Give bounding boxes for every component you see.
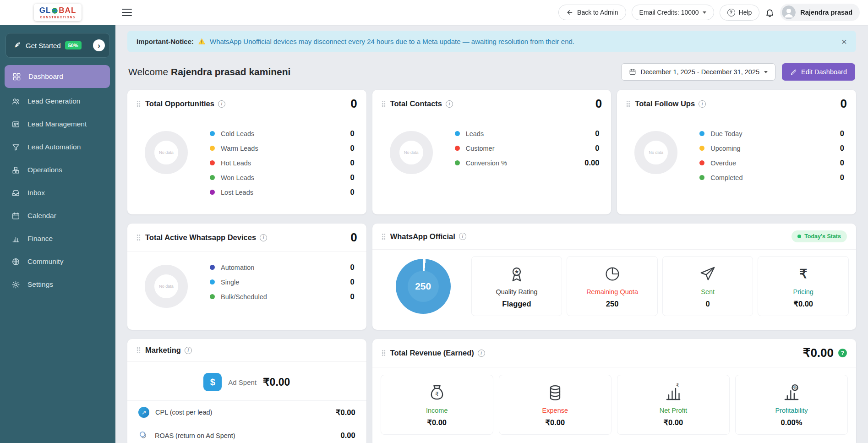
sidebar-item-lead-management[interactable]: Lead Management — [0, 113, 115, 136]
sidebar-item-finance[interactable]: Finance — [0, 227, 115, 250]
email-credits-button[interactable]: Email Credits: 10000 — [632, 5, 714, 20]
welcome-row: Welcome Rajendra prasad kamineni Decembe… — [128, 63, 855, 81]
sidebar-item-lead-automation[interactable]: Lead Automation — [0, 136, 115, 159]
stat-profitability: % Profitability 0.00% — [735, 375, 848, 435]
help-question-icon[interactable]: ? — [838, 349, 847, 357]
legend-label: Lost Leads — [221, 189, 253, 196]
card-title: Total Contacts — [390, 99, 442, 108]
stat-expense: Expense ₹0.00 — [499, 375, 611, 435]
company-logo: GL BAL CONSTRUCTIONS — [34, 4, 82, 21]
sidebar-nav: Dashboard Lead Generation Lead Managemen… — [0, 65, 115, 296]
roas-row: ROAS (return on Ad Spent) 0.00 — [127, 424, 366, 443]
calendar-icon — [629, 68, 636, 76]
sidebar-toggle-hamburger-icon[interactable] — [122, 9, 132, 16]
legend-label: Due Today — [710, 130, 742, 137]
edit-dashboard-label: Edit Dashboard — [801, 68, 847, 76]
info-icon[interactable]: i — [478, 350, 485, 357]
get-started-card[interactable]: Get Started 50% › — [5, 33, 110, 58]
legend-value: 0 — [350, 129, 354, 138]
legend-value: 0 — [595, 129, 599, 138]
donut-chart: No data — [145, 265, 188, 308]
cpl-row: ↗ CPL (cost per lead) ₹0.00 — [127, 400, 366, 424]
card-total-revenue: Total Revenue (Earned) i ₹0.00 ? ₹ Incom… — [372, 339, 856, 443]
drag-handle-icon[interactable] — [136, 234, 141, 241]
info-icon[interactable]: i — [446, 100, 453, 108]
card-total-follow-ups: Total Follow Ups i 0 No data Due Today0 … — [617, 90, 856, 214]
sidebar-item-lead-generation[interactable]: Lead Generation — [0, 90, 115, 113]
legend-dot — [210, 265, 215, 270]
grid-icon — [12, 72, 21, 81]
sidebar-item-operations[interactable]: Operations — [0, 159, 115, 181]
card-title: Marketing — [145, 346, 181, 355]
revenue-total-value: ₹0.00 — [803, 346, 834, 360]
legend-label: Completed — [710, 174, 742, 181]
back-to-admin-button[interactable]: Back to Admin — [558, 5, 626, 20]
close-icon[interactable]: × — [841, 37, 847, 46]
status-dot-icon — [797, 235, 801, 238]
trend-arrow-icon: ↗ — [138, 407, 149, 418]
no-data-label: No data — [404, 150, 419, 155]
ad-spent-summary: $ Ad Spent ₹0.00 — [127, 362, 366, 400]
stat-label: Remaining Quota — [586, 288, 638, 295]
legend: Due Today0 Upcoming0 Overdue0 Completed0 — [699, 128, 844, 182]
sidebar-item-dashboard[interactable]: Dashboard — [5, 65, 110, 88]
stat-value: ₹0.00 — [664, 418, 683, 427]
legend-label: Upcoming — [710, 145, 740, 152]
rupee-icon: ₹ — [799, 264, 807, 284]
legend: Cold Leads0 Warm Leads0 Hot Leads0 Won L… — [210, 128, 355, 197]
info-icon[interactable]: i — [459, 233, 466, 240]
drag-handle-icon[interactable] — [136, 347, 141, 354]
info-icon[interactable]: i — [260, 234, 267, 241]
notification-bell-icon[interactable] — [765, 8, 775, 17]
stat-remaining-quota: Remaining Quota 250 — [567, 256, 658, 316]
legend-label: Overdue — [710, 159, 736, 167]
important-notice-banner: Important-Notice: WhatsApp Unofficial de… — [127, 31, 856, 52]
sidebar-item-label: Lead Management — [27, 120, 87, 128]
card-body: ₹ Income ₹0.00 Expense ₹0.00 ₹ Net — [372, 367, 856, 443]
medal-icon: ★ — [508, 264, 526, 284]
no-data-label: No data — [159, 150, 174, 155]
edit-dashboard-button[interactable]: Edit Dashboard — [782, 63, 855, 81]
user-menu[interactable]: Rajendra prasad — [780, 4, 860, 21]
date-range-picker[interactable]: December 1, 2025 - December 31, 2025 — [621, 63, 776, 81]
user-name-label: Rajendra prasad — [800, 9, 852, 16]
stat-pricing: ₹ Pricing ₹0.00 — [758, 256, 849, 316]
legend-value: 0 — [350, 188, 354, 197]
welcome-prefix: Welcome — [128, 66, 168, 77]
legend-label: Warm Leads — [221, 145, 258, 152]
drag-handle-icon[interactable] — [382, 100, 386, 107]
sidebar-item-settings[interactable]: Settings — [0, 273, 115, 296]
drag-handle-icon[interactable] — [382, 350, 386, 356]
chevron-right-button[interactable]: › — [93, 39, 105, 51]
inbox-icon — [11, 188, 20, 197]
money-briefcase-icon: $ — [203, 373, 222, 391]
stat-value: 250 — [606, 300, 619, 308]
ad-spent-label: Ad Spent — [228, 378, 257, 386]
info-icon[interactable]: i — [218, 100, 225, 108]
boxes-icon — [11, 165, 20, 175]
sidebar-item-label: Finance — [27, 235, 53, 243]
date-range-label: December 1, 2025 - December 31, 2025 — [641, 68, 760, 76]
legend-dot — [699, 175, 704, 180]
info-icon[interactable]: i — [699, 100, 706, 108]
quota-donut-chart: 250 — [380, 256, 467, 316]
legend-item: Conversion %0.00 — [455, 159, 600, 167]
legend-value: 0 — [350, 144, 354, 153]
drag-handle-icon[interactable] — [382, 233, 386, 240]
drag-handle-icon[interactable] — [626, 100, 630, 107]
legend-label: Hot Leads — [221, 159, 251, 167]
info-icon[interactable]: i — [185, 347, 192, 354]
legend-dot — [210, 131, 215, 136]
drag-handle-icon[interactable] — [136, 100, 141, 107]
legend-item: Automation0 — [210, 263, 355, 272]
sidebar-item-community[interactable]: Community — [0, 250, 115, 273]
card-total-active-whatsapp-devices: Total Active Whatsapp Devices i 0 No dat… — [127, 224, 366, 330]
email-credits-label: Email Credits: 10000 — [639, 9, 699, 16]
sidebar-item-label: Calendar — [27, 212, 56, 220]
help-button[interactable]: ? Help — [720, 5, 760, 21]
card-header: Total Revenue (Earned) i ₹0.00 ? — [372, 339, 856, 367]
notice-title: Important-Notice: — [136, 38, 194, 45]
sidebar-item-calendar[interactable]: Calendar — [0, 204, 115, 227]
warning-triangle-icon — [198, 38, 206, 45]
sidebar-item-inbox[interactable]: Inbox — [0, 181, 115, 204]
